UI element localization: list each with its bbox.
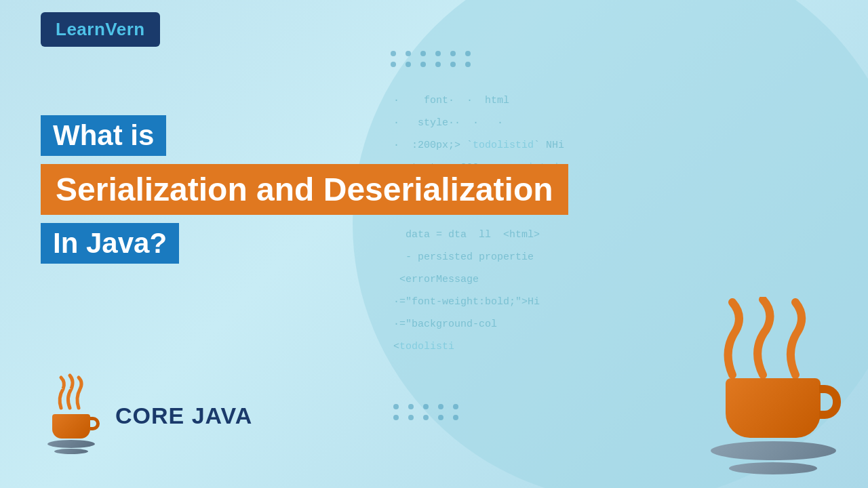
bottom-section: CORE JAVA <box>41 378 252 454</box>
learnvern-text: LearnVern <box>56 19 145 40</box>
steam-svg-big <box>695 297 851 378</box>
java-saucer-base-small <box>54 449 88 454</box>
dots-bottom-pattern <box>393 404 462 420</box>
steam-svg-small <box>51 374 92 411</box>
java-logo-small <box>41 378 102 454</box>
logo-learn: Learn <box>56 19 105 39</box>
in-java-label: In Java? <box>41 223 179 264</box>
main-content: What is Serialization and Deserializatio… <box>41 115 568 264</box>
learnvern-logo: LearnVern <box>41 12 160 47</box>
what-is-label: What is <box>41 115 166 156</box>
java-cup-handle-small <box>90 417 100 430</box>
dots-top-pattern <box>391 51 475 67</box>
logo-vern: Vern <box>105 19 144 39</box>
main-title: Serialization and Deserialization <box>41 164 568 215</box>
java-saucer-small <box>47 440 95 448</box>
java-steam-small <box>51 378 92 411</box>
java-cup-small <box>52 414 90 439</box>
java-logo-big <box>698 297 848 474</box>
core-java-text: CORE JAVA <box>115 403 252 429</box>
